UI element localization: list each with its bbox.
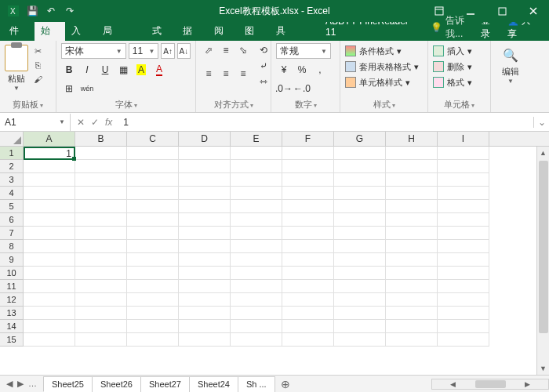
row-header-12[interactable]: 12	[0, 293, 24, 307]
cell-I15[interactable]	[438, 333, 489, 347]
cell-E8[interactable]	[231, 240, 282, 253]
cell-E1[interactable]	[231, 147, 282, 160]
scroll-left-icon[interactable]: ◀	[432, 378, 474, 390]
cell-A8[interactable]	[24, 240, 75, 253]
underline-button[interactable]: U	[97, 62, 113, 78]
cell-D1[interactable]	[179, 147, 231, 160]
cell-G6[interactable]	[334, 213, 386, 227]
paste-button[interactable]: 粘贴	[8, 73, 25, 85]
cell-C3[interactable]	[127, 173, 179, 187]
cell-styles-button[interactable]: 单元格样式 ▾	[345, 74, 423, 90]
hscroll-thumb[interactable]	[475, 380, 506, 388]
cell-G7[interactable]	[334, 227, 386, 240]
decrease-decimal-icon[interactable]: ←.0	[294, 81, 310, 96]
vertical-scrollbar[interactable]: ▲ ▼	[536, 147, 549, 375]
horizontal-scrollbar[interactable]: ◀ ▶	[431, 379, 549, 390]
cell-I5[interactable]	[438, 200, 489, 213]
name-box[interactable]: A1▼	[0, 114, 71, 131]
cell-B14[interactable]	[75, 320, 127, 333]
cell-I1[interactable]	[438, 147, 489, 160]
sheet-tab-Sheet27[interactable]: Sheet27	[140, 376, 190, 392]
cell-F5[interactable]	[282, 200, 334, 213]
cell-B1[interactable]	[75, 147, 127, 160]
cell-C5[interactable]	[127, 200, 179, 213]
cell-E12[interactable]	[231, 293, 282, 307]
redo-icon[interactable]: ↷	[63, 4, 77, 18]
merge-icon[interactable]: ⇿	[256, 74, 271, 89]
cell-G10[interactable]	[334, 267, 386, 280]
cell-F6[interactable]	[282, 213, 334, 227]
tab-nav-menu-icon[interactable]: …	[28, 379, 37, 389]
cell-G2[interactable]	[334, 160, 386, 173]
cell-F2[interactable]	[282, 160, 334, 173]
select-all-corner[interactable]	[0, 132, 24, 146]
cell-H6[interactable]	[386, 213, 438, 227]
cell-C10[interactable]	[127, 267, 179, 280]
sheet-tab-Sheet24[interactable]: Sheet24	[189, 376, 238, 392]
close-icon[interactable]	[518, 0, 549, 22]
cell-I13[interactable]	[438, 307, 489, 320]
cell-G4[interactable]	[334, 187, 386, 200]
cell-I4[interactable]	[438, 187, 489, 200]
cell-I14[interactable]	[438, 320, 489, 333]
cell-B2[interactable]	[75, 160, 127, 173]
col-header-H[interactable]: H	[386, 132, 438, 146]
cell-A6[interactable]	[24, 213, 75, 227]
cancel-formula-icon[interactable]: ✕	[77, 117, 85, 128]
cell-B13[interactable]	[75, 307, 127, 320]
cell-F12[interactable]	[282, 293, 334, 307]
delete-cells-button[interactable]: 删除 ▾	[433, 59, 485, 74]
cell-D14[interactable]	[179, 320, 231, 333]
align-middle-icon[interactable]: ≡	[218, 43, 234, 57]
row-header-13[interactable]: 13	[0, 307, 24, 320]
cell-H7[interactable]	[386, 227, 438, 240]
cell-D3[interactable]	[179, 173, 231, 187]
cell-E15[interactable]	[231, 333, 282, 347]
cell-D5[interactable]	[179, 200, 231, 213]
cell-A3[interactable]	[24, 173, 75, 187]
cell-A9[interactable]	[24, 253, 75, 267]
cell-H4[interactable]	[386, 187, 438, 200]
scroll-thumb[interactable]	[539, 161, 548, 333]
cell-B6[interactable]	[75, 213, 127, 227]
cell-C9[interactable]	[127, 253, 179, 267]
cell-H15[interactable]	[386, 333, 438, 347]
cell-E4[interactable]	[231, 187, 282, 200]
scroll-up-icon[interactable]: ▲	[537, 147, 549, 159]
cell-I7[interactable]	[438, 227, 489, 240]
cell-H1[interactable]	[386, 147, 438, 160]
tab-nav-prev-icon[interactable]: ◀	[6, 379, 13, 389]
save-icon[interactable]: 💾	[25, 4, 39, 18]
cell-E3[interactable]	[231, 173, 282, 187]
cell-I12[interactable]	[438, 293, 489, 307]
cell-F13[interactable]	[282, 307, 334, 320]
cell-H11[interactable]	[386, 280, 438, 293]
cell-A10[interactable]	[24, 267, 75, 280]
cell-E10[interactable]	[231, 267, 282, 280]
cell-B9[interactable]	[75, 253, 127, 267]
cell-A14[interactable]	[24, 320, 75, 333]
cell-D6[interactable]	[179, 213, 231, 227]
border-button[interactable]: ▦	[115, 62, 131, 78]
cell-I9[interactable]	[438, 253, 489, 267]
cell-I10[interactable]	[438, 267, 489, 280]
fill-color-button[interactable]: A	[133, 62, 149, 78]
increase-decimal-icon[interactable]: .0→	[276, 81, 292, 96]
cell-G15[interactable]	[334, 333, 386, 347]
cell-D7[interactable]	[179, 227, 231, 240]
cell-C6[interactable]	[127, 213, 179, 227]
table-format-button[interactable]: 套用表格格式 ▾	[345, 59, 423, 74]
borders-icon[interactable]: ⊞	[61, 81, 77, 96]
cell-A1[interactable]: 1	[24, 147, 75, 160]
maximize-icon[interactable]	[486, 0, 518, 22]
cell-E6[interactable]	[231, 213, 282, 227]
cell-H10[interactable]	[386, 267, 438, 280]
cell-B8[interactable]	[75, 240, 127, 253]
cell-H9[interactable]	[386, 253, 438, 267]
cell-G3[interactable]	[334, 173, 386, 187]
cell-I11[interactable]	[438, 280, 489, 293]
sheet-tab-Sheet25[interactable]: Sheet25	[43, 376, 93, 392]
col-header-I[interactable]: I	[438, 132, 489, 146]
new-sheet-icon[interactable]: ⊕	[274, 378, 296, 390]
cell-E5[interactable]	[231, 200, 282, 213]
